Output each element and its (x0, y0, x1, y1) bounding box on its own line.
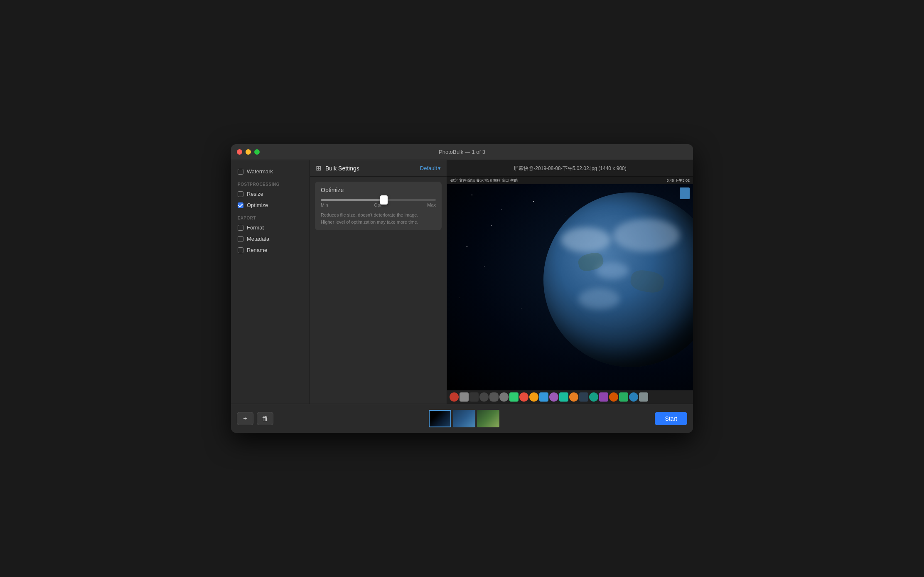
slider-fill (321, 199, 384, 201)
plus-icon: + (243, 415, 247, 422)
thumbnails-strip (273, 410, 655, 427)
sidebar-item-format[interactable]: Format (231, 222, 310, 233)
panel-header: ⊞ Bulk Settings Default ▾ (310, 160, 447, 177)
format-label: Format (247, 224, 264, 231)
earth-sphere (543, 192, 693, 367)
bottom-bar: + 🗑 Start (231, 404, 693, 433)
preview-area: 锁定 文件 编辑 显示 实现 前往 窗口 帮助 6:46 下午5:02 (447, 177, 693, 404)
panel-title: Bulk Settings (325, 165, 416, 172)
thumb-3-image (477, 410, 499, 427)
title-bar: PhotoBulk — 1 of 3 (231, 144, 693, 160)
thumbnail-1[interactable] (429, 410, 451, 427)
watermark-label: Watermark (247, 168, 273, 175)
mac-dock (447, 390, 693, 404)
rename-checkbox[interactable] (238, 247, 243, 253)
default-button[interactable]: Default ▾ (420, 165, 441, 171)
optimize-checkbox[interactable] (238, 202, 243, 208)
traffic-lights (237, 149, 260, 155)
default-label: Default (420, 165, 437, 171)
optimize-label: Optimize (247, 202, 268, 208)
window-title: PhotoBulk — 1 of 3 (439, 149, 485, 155)
delete-button[interactable]: 🗑 (257, 412, 273, 425)
mac-menubar: 锁定 文件 编辑 显示 实现 前往 窗口 帮助 6:46 下午5:02 (447, 177, 693, 184)
slider-track (321, 199, 436, 201)
thumbnail-2[interactable] (453, 410, 475, 427)
watermark-checkbox[interactable] (238, 169, 243, 175)
sidebar-item-resize[interactable]: Resize (231, 188, 310, 200)
slider-min-label: Min (321, 202, 328, 207)
postprocessing-header: POSTPROCESSING (231, 177, 310, 188)
sidebar-item-optimize[interactable]: Optimize (231, 200, 310, 211)
optimize-slider-container[interactable] (321, 199, 436, 201)
optimize-card: Optimize Min Opt Max Reduces file size (315, 182, 442, 230)
close-button[interactable] (237, 149, 242, 155)
earth-bg (447, 184, 693, 390)
trash-icon: 🗑 (262, 415, 268, 422)
format-checkbox[interactable] (238, 225, 243, 231)
minimize-button[interactable] (246, 149, 251, 155)
image-display: 锁定 文件 编辑 显示 实现 前往 窗口 帮助 6:46 下午5:02 (447, 177, 693, 404)
resize-checkbox[interactable] (238, 191, 243, 197)
chevron-down-icon: ▾ (438, 165, 441, 171)
center-panel: ⊞ Bulk Settings Default ▾ Optimize (310, 160, 447, 404)
rename-label: Rename (247, 247, 267, 253)
maximize-button[interactable] (254, 149, 260, 155)
main-content: Watermark POSTPROCESSING Resize Optimize… (231, 160, 693, 404)
thumb-1-image (430, 411, 450, 427)
panel-body: Optimize Min Opt Max Reduces file size (310, 177, 447, 404)
sidebar-item-rename[interactable]: Rename (231, 244, 310, 256)
panel-icon: ⊞ (316, 164, 321, 172)
image-header: 屏幕快照-2019-08-08-下午5.02.02.jpg (1440 x 90… (447, 160, 693, 177)
optimize-card-title: Optimize (321, 187, 436, 193)
thumb-2-image (453, 410, 475, 427)
add-button[interactable]: + (237, 412, 253, 425)
image-filename: 屏幕快照-2019-08-08-下午5.02.02.jpg (1440 x 90… (514, 165, 626, 171)
slider-thumb[interactable] (380, 195, 388, 205)
bottom-actions: + 🗑 (237, 412, 273, 425)
optimize-description: Reduces file size, doesn't deteriorate t… (321, 212, 436, 225)
mac-screenshot: 锁定 文件 编辑 显示 实现 前往 窗口 帮助 6:46 下午5:02 (447, 177, 693, 404)
image-panel: 屏幕快照-2019-08-08-下午5.02.02.jpg (1440 x 90… (447, 160, 693, 404)
export-header: EXPORT (231, 211, 310, 222)
resize-label: Resize (247, 191, 263, 197)
sidebar-item-metadata[interactable]: Metadata (231, 233, 310, 244)
metadata-label: Metadata (247, 236, 269, 242)
slider-max-label: Max (427, 202, 436, 207)
slider-labels: Min Opt Max (321, 202, 436, 207)
sidebar-item-watermark[interactable]: Watermark (231, 166, 310, 177)
app-window: PhotoBulk — 1 of 3 Watermark POSTPROCESS… (231, 144, 693, 433)
start-button[interactable]: Start (655, 412, 687, 425)
sidebar: Watermark POSTPROCESSING Resize Optimize… (231, 160, 310, 404)
metadata-checkbox[interactable] (238, 236, 243, 242)
thumbnail-3[interactable] (477, 410, 499, 427)
